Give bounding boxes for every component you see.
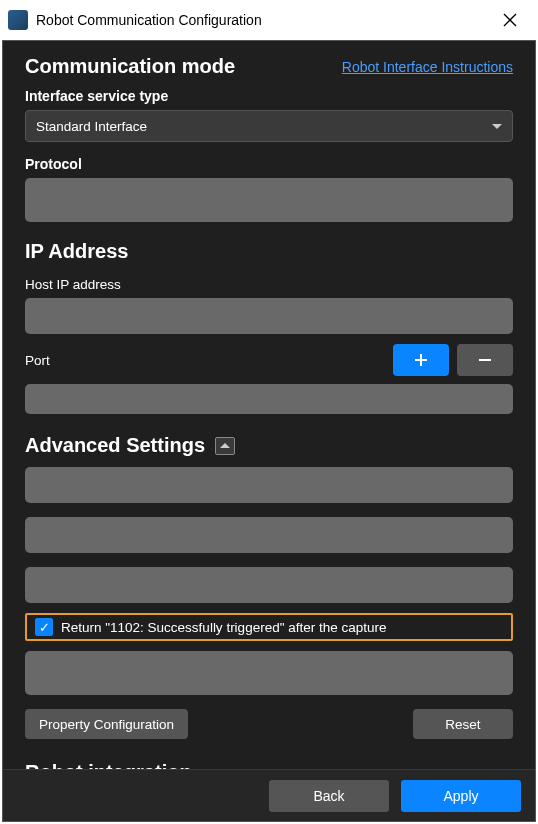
advanced-heading: Advanced Settings xyxy=(25,434,205,457)
interface-type-select[interactable]: Standard Interface xyxy=(25,110,513,142)
robot-interface-instructions-link[interactable]: Robot Interface Instructions xyxy=(342,59,513,75)
advanced-field-4[interactable] xyxy=(25,651,513,695)
app-icon xyxy=(8,10,28,30)
property-configuration-button[interactable]: Property Configuration xyxy=(25,709,188,739)
advanced-collapse-button[interactable] xyxy=(215,437,235,455)
ip-heading: IP Address xyxy=(25,240,513,263)
chevron-up-icon xyxy=(220,443,230,448)
port-label: Port xyxy=(25,353,385,368)
scroll-area[interactable]: Communication mode Robot Interface Instr… xyxy=(3,41,535,769)
chevron-down-icon xyxy=(492,124,502,129)
plus-icon xyxy=(413,352,429,368)
interface-type-label: Interface service type xyxy=(25,88,513,104)
advanced-field-1[interactable] xyxy=(25,467,513,503)
back-button[interactable]: Back xyxy=(269,780,389,812)
host-ip-field[interactable] xyxy=(25,298,513,334)
window-title: Robot Communication Configuration xyxy=(36,12,494,28)
remove-port-button[interactable] xyxy=(457,344,513,376)
advanced-field-2[interactable] xyxy=(25,517,513,553)
add-port-button[interactable] xyxy=(393,344,449,376)
return-trigger-checkbox[interactable]: ✓ xyxy=(35,618,53,636)
apply-button[interactable]: Apply xyxy=(401,780,521,812)
protocol-field[interactable] xyxy=(25,178,513,222)
close-icon xyxy=(503,13,517,27)
content: Communication mode Robot Interface Instr… xyxy=(2,40,536,822)
communication-header-row: Communication mode Robot Interface Instr… xyxy=(25,55,513,78)
close-button[interactable] xyxy=(494,4,526,36)
return-trigger-label: Return "1102: Successfully triggered" af… xyxy=(61,620,387,635)
port-field[interactable] xyxy=(25,384,513,414)
minus-icon xyxy=(477,352,493,368)
advanced-button-row: Property Configuration Reset xyxy=(25,709,513,739)
advanced-header: Advanced Settings xyxy=(25,434,513,457)
return-trigger-row: ✓ Return "1102: Successfully triggered" … xyxy=(25,613,513,641)
port-row: Port xyxy=(25,344,513,376)
footer: Back Apply xyxy=(3,769,535,821)
window: Robot Communication Configuration Commun… xyxy=(0,0,538,824)
protocol-label: Protocol xyxy=(25,156,513,172)
host-ip-label: Host IP address xyxy=(25,277,513,292)
titlebar: Robot Communication Configuration xyxy=(0,0,538,40)
advanced-field-3[interactable] xyxy=(25,567,513,603)
reset-button[interactable]: Reset xyxy=(413,709,513,739)
communication-heading: Communication mode xyxy=(25,55,235,78)
robot-integration-heading: Robot integration xyxy=(25,761,513,769)
interface-type-value: Standard Interface xyxy=(36,119,147,134)
